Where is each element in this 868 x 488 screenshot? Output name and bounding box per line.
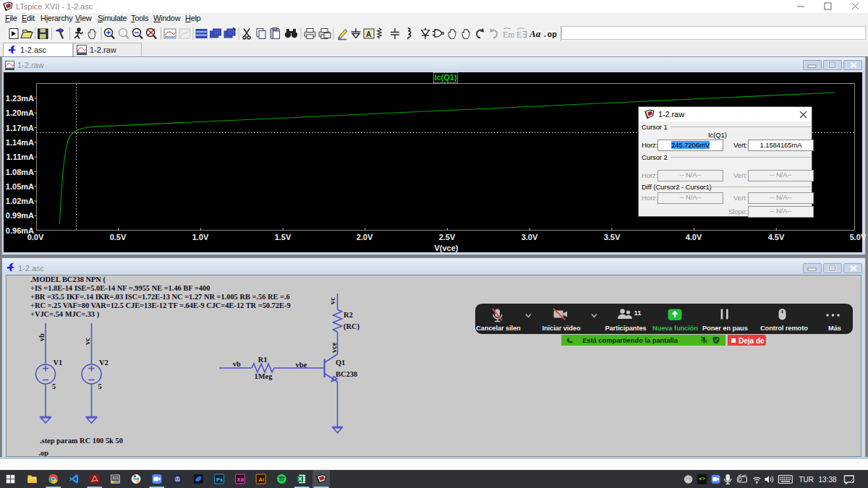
svg-text:321: 321 <box>112 476 119 480</box>
svg-text:+RC =.25 VAF=80 VAR=12.5 CJE=1: +RC =.25 VAF=80 VAR=12.5 CJE=13E-12 TF =… <box>30 301 291 309</box>
svg-text:Em: Em <box>503 30 515 40</box>
svg-text:vbe: vbe <box>296 361 307 369</box>
svg-text:R1: R1 <box>258 356 268 364</box>
svg-text:vb: vb <box>38 333 46 341</box>
svg-text:11: 11 <box>634 309 642 317</box>
svg-text:+BR =35.5 IKF=.14 IKR=.03 ISC=: +BR =35.5 IKF=.14 IKR=.03 ISC=1.72E-13 N… <box>30 293 290 301</box>
svg-text:{RC}: {RC} <box>343 322 359 330</box>
svg-text:.MODEL BC238 NPN (: .MODEL BC238 NPN ( <box>30 275 106 284</box>
svg-text:V1: V1 <box>54 359 63 367</box>
svg-text:vc: vc <box>328 297 336 304</box>
svg-text:vb: vb <box>233 360 241 368</box>
svg-text:.op: .op <box>542 30 557 39</box>
svg-text:V2: V2 <box>99 359 109 367</box>
svg-text:vc: vc <box>83 338 91 345</box>
svg-text:E∃: E∃ <box>516 30 527 40</box>
svg-text:.op: .op <box>39 449 49 456</box>
svg-text:X: X <box>298 476 302 482</box>
svg-text:+VJC=.54 MJC=.33 ): +VJC=.54 MJC=.33 ) <box>30 310 99 319</box>
svg-text:Ai: Ai <box>259 476 265 483</box>
svg-text:BC238: BC238 <box>336 370 357 378</box>
svg-text:Q1: Q1 <box>336 359 345 367</box>
svg-text:1Meg: 1Meg <box>255 372 273 380</box>
svg-text:Xd: Xd <box>237 476 244 483</box>
svg-text:+IS =1.8E-14 ISE=5.0E-14 NF =.: +IS =1.8E-14 ISE=5.0E-14 NF =.9955 NE =1… <box>30 284 210 292</box>
svg-text:R2: R2 <box>344 311 353 319</box>
svg-text:Aa: Aa <box>529 28 541 39</box>
svg-text:.step param RC 100 5k 50: .step param RC 100 5k 50 <box>40 437 123 445</box>
svg-text:Ps: Ps <box>216 476 223 483</box>
svg-text:5: 5 <box>52 382 56 390</box>
svg-text:5: 5 <box>98 382 102 390</box>
svg-text:A: A <box>366 30 371 38</box>
svg-text:vce: vce <box>330 342 338 353</box>
